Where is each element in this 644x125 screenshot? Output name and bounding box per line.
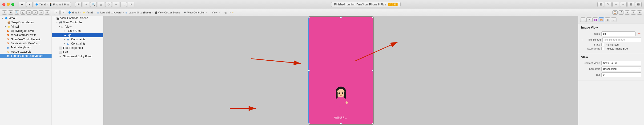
nav-btn[interactable]: △ xyxy=(98,2,104,7)
nav-sym-btn[interactable]: 🔍 xyxy=(14,10,19,15)
scheme-button[interactable]: 🔷 Yima3 › 📱 iPhone 8 Plus xyxy=(34,2,71,7)
nav-file-btn[interactable]: ⊠ xyxy=(8,10,13,15)
left-panel-toggle[interactable]: ⊟ xyxy=(598,2,604,7)
nav-issue-btn[interactable]: ◇ xyxy=(26,10,32,15)
help-btn[interactable]: ? xyxy=(618,10,624,15)
accessibility-checkbox[interactable] xyxy=(602,47,604,50)
st-item-exit[interactable]: ⬜ Exit xyxy=(52,50,103,54)
search-btn[interactable]: 🔍 xyxy=(90,2,97,7)
handle-bm[interactable] xyxy=(340,123,342,124)
tag-value[interactable]: 0 xyxy=(602,72,641,77)
file-item-yima3-group[interactable]: ▼ 📁 Yima3 xyxy=(0,25,52,29)
semantic-select[interactable]: Unspecified ▾ xyxy=(602,67,641,71)
inspector-attr-btn[interactable]: ⊟ xyxy=(631,10,636,15)
editor-btn[interactable]: ≡ xyxy=(113,2,119,7)
file-item-viewcontroller[interactable]: S ViewController.swift xyxy=(0,33,52,37)
file-item-mainstoryboard[interactable]: ▦ Main.storyboard xyxy=(0,45,52,50)
st-item-constraints-2[interactable]: ▶ ⊞ Constraints xyxy=(52,42,103,46)
scene-icon: 🎬 xyxy=(56,17,60,20)
size-inspector-btn[interactable]: ⊞ xyxy=(605,18,610,22)
navigate-back[interactable]: ← xyxy=(612,2,619,7)
minimize-button[interactable] xyxy=(7,3,10,6)
file-item-launchscreen[interactable]: ▦ LaunchScreen.storyboard xyxy=(0,54,52,58)
highlighted-placeholder: Highlighted Image xyxy=(604,38,625,41)
image-value[interactable]: qd xyxy=(602,31,636,36)
st-label-firstresponder: First Responder xyxy=(63,46,83,50)
st-item-storyboard-entry[interactable]: → Storyboard Entry Point xyxy=(52,54,103,58)
connections-btn[interactable]: ↗ xyxy=(611,18,616,22)
canvas-area[interactable]: 憧憬就去... xyxy=(104,16,578,125)
file-item-snapkit[interactable]: 📦 SnapKit.xcodeproj xyxy=(0,20,52,25)
bc-viewcontroller[interactable]: 🎮 View Controller xyxy=(183,11,206,14)
plus-icon[interactable]: + xyxy=(581,38,583,42)
build-button[interactable]: ▶ xyxy=(18,2,25,7)
file-item-signviewcontroller[interactable]: S SignViewController.swift xyxy=(0,37,52,42)
file-item-assets[interactable]: A Assets.xcassets xyxy=(0,50,52,54)
handle-tl[interactable] xyxy=(308,17,310,18)
editor-modes[interactable]: ✎ xyxy=(605,2,612,7)
highlighted-field[interactable]: Highlighted Image xyxy=(602,37,641,42)
content-mode-label: Content Mode xyxy=(581,62,600,64)
bc-sep-1: › xyxy=(80,11,81,14)
app-name: Yima3 xyxy=(39,3,46,6)
bc-view[interactable]: □ View xyxy=(207,11,218,14)
st-label-entry: Storyboard Entry Point xyxy=(63,55,92,58)
nav-back-btn[interactable]: ‹ xyxy=(54,10,60,15)
st-item-constraints-1[interactable]: ▶ ⊞ Constraints xyxy=(52,37,103,42)
nav-fwd-btn[interactable]: › xyxy=(60,10,66,15)
nav-report-btn[interactable]: ≡ xyxy=(38,10,44,15)
identity-btn[interactable]: 🆔 xyxy=(592,18,598,22)
close-button[interactable] xyxy=(2,3,6,6)
st-item-safearea[interactable]: □ Safe Area xyxy=(52,29,103,33)
file-item-setmenstruation[interactable]: S SetMenstruationViewCont… xyxy=(0,42,52,45)
maximize-button[interactable] xyxy=(11,3,14,6)
st-item-vc-scene[interactable]: ▼ 🎬 View Controller Scene xyxy=(52,16,103,20)
warning-btn[interactable]: ⚠ xyxy=(82,2,89,7)
handle-br[interactable] xyxy=(372,123,373,124)
bc-yima3-root[interactable]: 🔷 Yima3 xyxy=(67,11,80,14)
bc-qd[interactable]: □ qd xyxy=(220,11,228,14)
handle-tm[interactable] xyxy=(340,17,342,18)
inspector-library-btn[interactable]: 📋 xyxy=(612,10,618,15)
file-item-yima3-root[interactable]: ▼ 🔷 Yima3 xyxy=(0,16,52,20)
attr-inspector-btn[interactable]: 🎨 xyxy=(598,18,604,22)
nav-search-btn[interactable]: △ xyxy=(20,10,26,15)
stop-button[interactable]: ■ xyxy=(26,2,33,7)
st-label-constraints-1: Constraints xyxy=(71,38,86,41)
clear-btn[interactable]: ⊠ xyxy=(75,2,82,7)
handle-mr[interactable] xyxy=(372,70,373,71)
state-checkbox[interactable] xyxy=(602,43,604,46)
grid-btn[interactable]: # xyxy=(128,2,134,7)
right-panel-toggle[interactable]: ⊟ xyxy=(635,2,642,7)
vcs-btn[interactable]: ↑↓ xyxy=(120,2,127,7)
nav-breakpoint-btn[interactable]: ⊟ xyxy=(45,10,50,15)
quick-help-btn[interactable]: ? xyxy=(586,18,592,22)
bc-sep-3: › xyxy=(123,11,124,14)
st-item-view[interactable]: ▼ □ View xyxy=(52,25,103,29)
bc-yima3-folder[interactable]: 📁 Yima3 xyxy=(82,11,94,14)
bc-launchbase[interactable]: ▦ LaunchS...d (Base) xyxy=(124,11,152,14)
highlighted-label: Highlighted xyxy=(584,38,601,41)
bc-viewcontroller-scene[interactable]: 🎬 View Co...er Scene xyxy=(154,11,181,14)
content-mode-select[interactable]: Scale To Fill ▾ xyxy=(602,61,641,65)
imageview-title: Image View xyxy=(581,26,641,29)
add-obj-btn[interactable]: + xyxy=(625,10,630,15)
nav-grid-btn[interactable]: # xyxy=(2,10,7,15)
st-item-firstresponder[interactable]: ⬜ First Responder xyxy=(52,46,103,50)
st-item-qd[interactable]: ▼ ■ qd xyxy=(52,33,103,37)
handle-bl[interactable] xyxy=(308,123,310,124)
nav-test-btn[interactable]: ▷ xyxy=(32,10,38,15)
split-editor[interactable]: ⊞ xyxy=(628,2,634,7)
inspector-size-btn[interactable]: ⊞ xyxy=(637,10,642,15)
file-item-appdelegate[interactable]: S AppDelegate.swift xyxy=(0,29,52,33)
assets-icon: A xyxy=(7,50,10,53)
file-inspector-btn[interactable]: 📄 xyxy=(580,18,586,22)
warning-badge[interactable]: ⚠ 356 xyxy=(388,3,398,6)
navigate-forward[interactable]: → xyxy=(620,2,626,7)
handle-tr[interactable] xyxy=(372,17,373,18)
bc-launchstoryboard[interactable]: ▦ LaunchS...ryboard xyxy=(96,11,122,14)
handle-ml[interactable] xyxy=(308,70,310,71)
breakpoint-btn[interactable]: ◇ xyxy=(105,2,112,7)
st-item-vc[interactable]: ▼ 🎮 View Controller xyxy=(52,20,103,25)
view-section: View Content Mode Scale To Fill ▾ Semant… xyxy=(578,53,644,80)
